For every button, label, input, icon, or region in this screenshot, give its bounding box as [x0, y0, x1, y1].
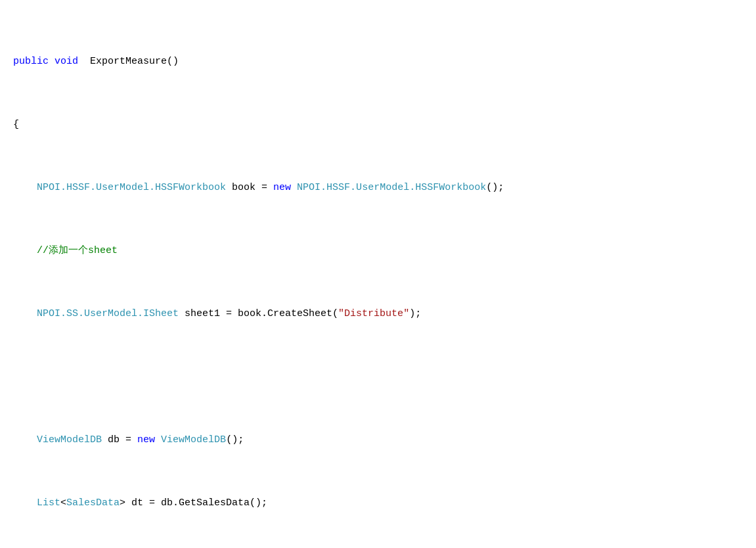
- code-line-2: {: [13, 117, 743, 133]
- code-line-3: NPOI.HSSF.UserModel.HSSFWorkbook book = …: [13, 180, 743, 196]
- method-name: ExportMeasure(): [84, 56, 179, 67]
- code-line-8: List<SalesData> dt = db.GetSalesData();: [13, 495, 743, 511]
- code-line-4: //添加一个sheet: [13, 243, 743, 259]
- code-editor: public void ExportMeasure() { NPOI.HSSF.…: [0, 0, 756, 548]
- code-line-1: public void ExportMeasure(): [13, 54, 743, 70]
- code-line-6: [13, 369, 743, 385]
- code-line-5: NPOI.SS.UserModel.ISheet sheet1 = book.C…: [13, 306, 743, 322]
- code-line-7: ViewModelDB db = new ViewModelDB();: [13, 432, 743, 448]
- keyword-public: public: [13, 56, 49, 67]
- keyword-void: void: [55, 56, 78, 67]
